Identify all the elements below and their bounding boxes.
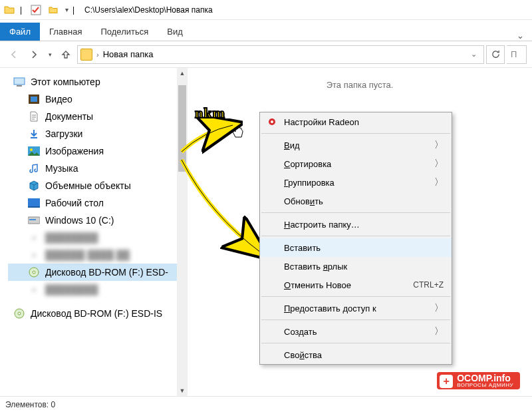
qat-checkbox-icon[interactable]	[29, 3, 43, 17]
ctx-separator	[261, 236, 450, 236]
svg-rect-4	[31, 97, 37, 102]
tree-item-blurred[interactable]: ▪ ████████	[8, 281, 188, 298]
svg-rect-2	[17, 85, 22, 87]
watermark-subtext: ВОПРОСЫ АДМИНУ	[457, 383, 513, 388]
refresh-button[interactable]	[486, 45, 505, 64]
tree-label: Объемные объекты	[45, 180, 131, 191]
chevron-right-icon: 〉	[434, 139, 444, 151]
tree-item-drive-c[interactable]: Windows 10 (C:)	[8, 212, 188, 229]
sidebar-scrollbar[interactable]: ▲ ▼	[177, 68, 188, 396]
tree-root-bd-rom[interactable]: Дисковод BD-ROM (F:) ESD-IS	[8, 305, 188, 322]
empty-folder-message: Эта папка пуста.	[188, 80, 532, 90]
folder-icon	[3, 3, 16, 17]
address-bar[interactable]: › Новая папка ⌄	[77, 45, 484, 64]
tree-label: Рабочий стол	[45, 198, 104, 208]
tab-file[interactable]: Файл	[0, 23, 40, 41]
ctx-separator	[261, 319, 450, 320]
window-title: C:\Users\alex\Desktop\Новая папка	[84, 5, 213, 15]
nav-back-button[interactable]	[5, 46, 23, 63]
svg-rect-1	[14, 78, 25, 85]
desktop-icon	[28, 197, 40, 209]
tree-item-blurred[interactable]: ▪ ██████ ████ ██	[8, 246, 188, 264]
navigation-pane: Этот компьютер Видео Документы Загрузки …	[0, 68, 188, 396]
video-icon	[28, 93, 40, 105]
tree-item-pictures[interactable]: Изображения	[8, 142, 188, 160]
ctx-label: Настройки Radeon	[284, 117, 359, 127]
drive-icon: ▪	[28, 232, 40, 244]
watermark-text: OCOMP.info	[457, 373, 513, 383]
breadcrumb-chevron-icon[interactable]: ›	[96, 51, 99, 59]
ctx-label: редоставить доступ к	[290, 304, 376, 313]
breadcrumb-current[interactable]: Новая папка	[103, 49, 154, 59]
ctx-give-access[interactable]: Предоставить доступ к 〉	[260, 299, 452, 317]
ctx-group[interactable]: Группировка 〉	[260, 173, 452, 192]
qat-separator-2: |	[72, 5, 78, 15]
ctx-view[interactable]: Вид 〉	[260, 136, 452, 154]
disc-icon	[28, 266, 40, 278]
tree-label: Дисковод BD-ROM (F:) ESD-	[45, 267, 168, 278]
tree-label: ████████	[45, 284, 98, 295]
tree-label: Музыка	[45, 163, 78, 174]
svg-point-14	[18, 312, 21, 315]
address-dropdown-icon[interactable]: ⌄	[467, 50, 481, 59]
tree-root-this-pc[interactable]: Этот компьютер	[8, 73, 188, 91]
ctx-label: руппировка	[288, 178, 334, 188]
tab-share[interactable]: Поделиться	[91, 23, 158, 41]
ctx-properties[interactable]: Свойства	[260, 345, 452, 364]
radeon-icon	[265, 115, 279, 128]
ctx-new[interactable]: Создать 〉	[260, 322, 452, 341]
drive-icon: ▪	[28, 284, 40, 296]
ctx-label: Вставить	[284, 243, 321, 253]
tree-item-downloads[interactable]: Загрузки	[8, 125, 188, 142]
ctx-label: ортировка	[290, 159, 331, 169]
ctx-refresh[interactable]: Обновить	[260, 192, 452, 210]
ctx-customize-folder[interactable]: Настроить папку…	[260, 215, 452, 234]
ctx-separator	[261, 133, 450, 134]
ctx-paste[interactable]: Вставить	[260, 238, 452, 257]
nav-recent-dropdown[interactable]: ▾	[45, 46, 55, 63]
status-bar: Элементов: 0	[0, 396, 532, 412]
music-icon	[28, 162, 40, 174]
svg-rect-7	[28, 198, 40, 206]
tab-home[interactable]: Главная	[40, 23, 91, 41]
status-item-count: Элементов: 0	[5, 400, 55, 409]
tree-label: Дисковод BD-ROM (F:) ESD-IS	[31, 308, 162, 319]
cursor-hand-icon	[229, 123, 245, 144]
tab-view[interactable]: Вид	[158, 23, 192, 41]
ctx-paste-shortcut[interactable]: Вставить ярлык	[260, 257, 452, 276]
tree-item-3d-objects[interactable]: Объемные объекты	[8, 177, 188, 194]
svg-rect-10	[29, 219, 36, 220]
chevron-right-icon: 〉	[434, 158, 444, 170]
titlebar: | ▾ | C:\Users\alex\Desktop\Новая папка	[0, 0, 532, 20]
search-input[interactable]: П	[507, 45, 527, 64]
3d-objects-icon	[28, 180, 40, 192]
ctx-radeon-settings[interactable]: Настройки Radeon	[260, 112, 452, 131]
ctx-separator	[261, 343, 450, 343]
scroll-down-icon[interactable]: ▼	[177, 385, 188, 396]
tree-label: ████████	[45, 232, 98, 243]
scroll-up-icon[interactable]: ▲	[177, 68, 188, 79]
tree-item-bd-rom-f[interactable]: Дисковод BD-ROM (F:) ESD-	[8, 264, 188, 281]
ctx-label: астроить папку…	[290, 220, 359, 230]
ribbon-expand-icon[interactable]: ⌄	[517, 31, 524, 41]
ctx-undo[interactable]: Отменить Новое CTRL+Z	[260, 276, 452, 294]
navigation-bar: ▾ › Новая папка ⌄ П	[0, 41, 532, 68]
chevron-right-icon: 〉	[434, 176, 444, 188]
tree-label: ██████ ████ ██	[45, 250, 130, 260]
svg-point-16	[271, 120, 273, 123]
tree-label: Этот компьютер	[31, 77, 100, 87]
nav-forward-button[interactable]	[25, 46, 43, 63]
tree-item-videos[interactable]: Видео	[8, 91, 188, 108]
tree-item-blurred[interactable]: ▪ ████████	[8, 229, 188, 246]
qat-dropdown-icon[interactable]: ▾	[65, 6, 68, 13]
tree-label: Windows 10 (C:)	[45, 215, 114, 226]
tree-item-documents[interactable]: Документы	[8, 108, 188, 125]
nav-up-button[interactable]	[57, 46, 74, 63]
quick-access-toolbar: | ▾ |	[3, 3, 78, 17]
tree-item-music[interactable]: Музыка	[8, 160, 188, 177]
tree-item-desktop[interactable]: Рабочий стол	[8, 194, 188, 212]
plus-icon: +	[440, 375, 453, 388]
ctx-label: ид	[290, 140, 300, 150]
scrollbar-thumb[interactable]	[178, 85, 186, 172]
ctx-sort[interactable]: Сортировка 〉	[260, 154, 452, 173]
